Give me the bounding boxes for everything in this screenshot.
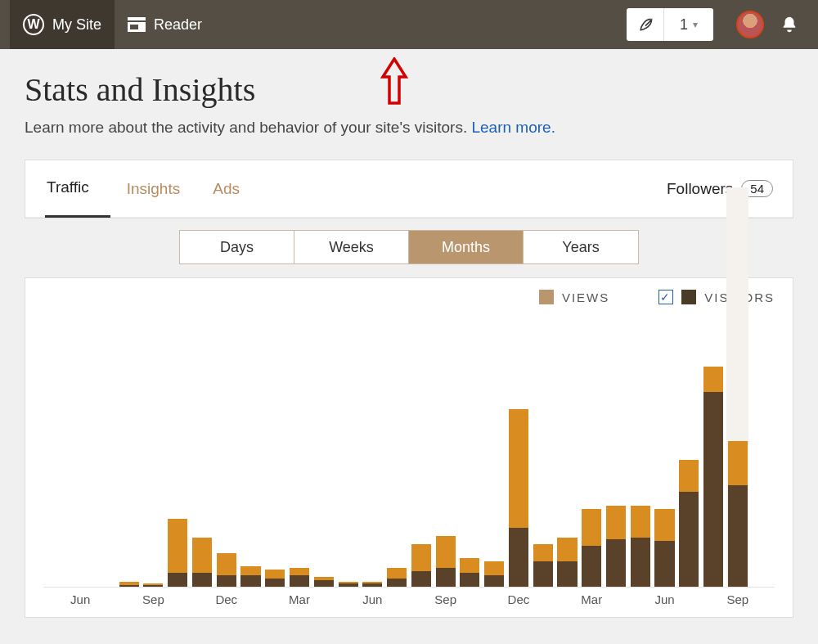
feather-icon bbox=[627, 8, 664, 41]
bar-visitors bbox=[679, 492, 699, 587]
bar-visitors bbox=[265, 579, 285, 587]
bar-visitors bbox=[217, 575, 236, 587]
chart-column[interactable] bbox=[678, 460, 700, 587]
chart-column[interactable] bbox=[654, 509, 676, 587]
chart-column[interactable] bbox=[312, 577, 335, 587]
legend-visitors[interactable]: ✓ VISITORS bbox=[658, 290, 775, 304]
bar-visitors bbox=[703, 392, 723, 587]
chart-column[interactable] bbox=[362, 582, 384, 587]
x-tick: Mar bbox=[581, 592, 603, 609]
period-years[interactable]: Years bbox=[524, 231, 638, 263]
learn-more-link[interactable]: Learn more. bbox=[471, 119, 555, 136]
bar-visitors bbox=[290, 575, 309, 587]
chart-column[interactable] bbox=[483, 561, 506, 587]
followers[interactable]: Followers 54 bbox=[667, 180, 773, 198]
chart-column[interactable] bbox=[726, 441, 748, 587]
reader-icon bbox=[128, 17, 146, 32]
bar-visitors bbox=[143, 585, 163, 587]
chart-x-axis: JunSepDecMarJunSepDecMarJunSep bbox=[43, 588, 775, 609]
chart-column[interactable] bbox=[118, 582, 140, 587]
nav-my-site-label: My Site bbox=[52, 16, 101, 34]
bar-visitors bbox=[484, 575, 504, 587]
chart-column[interactable] bbox=[386, 568, 408, 587]
tab-traffic[interactable]: Traffic bbox=[45, 160, 110, 218]
nav-reader[interactable]: Reader bbox=[115, 0, 215, 49]
chart-column[interactable] bbox=[508, 409, 530, 587]
chart-column[interactable] bbox=[167, 519, 189, 587]
x-tick bbox=[337, 592, 359, 609]
page-subtitle: Learn more about the activity and behavi… bbox=[25, 119, 793, 137]
bar-visitors bbox=[533, 561, 553, 587]
chart-column[interactable] bbox=[215, 553, 237, 587]
page-title: Stats and Insights bbox=[25, 70, 793, 109]
chart-column[interactable] bbox=[410, 544, 432, 587]
chart-column[interactable] bbox=[337, 582, 359, 587]
x-tick bbox=[118, 592, 140, 609]
x-tick bbox=[483, 592, 506, 609]
chart-column[interactable] bbox=[532, 544, 554, 587]
x-tick bbox=[167, 592, 189, 609]
period-weeks[interactable]: Weeks bbox=[294, 231, 409, 263]
draft-count: 1 ▾ bbox=[664, 16, 713, 34]
avatar[interactable] bbox=[736, 11, 764, 38]
x-tick bbox=[678, 592, 700, 609]
x-tick bbox=[532, 592, 554, 609]
bar-visitors bbox=[582, 546, 601, 587]
tab-insights[interactable]: Insights bbox=[110, 160, 196, 218]
x-tick bbox=[264, 592, 286, 609]
tab-ads[interactable]: Ads bbox=[196, 160, 256, 218]
legend-views[interactable]: VIEWS bbox=[539, 290, 609, 304]
chart-column[interactable] bbox=[605, 506, 627, 587]
subtitle-text: Learn more about the activity and behavi… bbox=[25, 119, 471, 136]
chart-column[interactable] bbox=[703, 367, 725, 587]
write-post-dropdown[interactable]: 1 ▾ bbox=[627, 8, 713, 41]
wordpress-logo-icon: W bbox=[23, 14, 44, 35]
views-swatch-icon bbox=[539, 290, 554, 304]
x-tick: Dec bbox=[508, 592, 530, 609]
chart-legend: VIEWS ✓ VISITORS bbox=[43, 290, 775, 304]
chart-column[interactable] bbox=[191, 538, 213, 587]
x-tick: Sep bbox=[434, 592, 456, 609]
chart-column[interactable] bbox=[629, 506, 651, 587]
chart-column[interactable] bbox=[289, 568, 311, 587]
period-days[interactable]: Days bbox=[180, 231, 294, 263]
bar-chart[interactable] bbox=[43, 311, 775, 588]
x-tick bbox=[386, 592, 408, 609]
chart-column[interactable] bbox=[459, 558, 481, 587]
notifications-bell-icon[interactable] bbox=[780, 16, 798, 34]
period-segmented: Days Weeks Months Years bbox=[179, 230, 639, 264]
chart-column[interactable] bbox=[556, 538, 578, 587]
x-tick: Jun bbox=[654, 592, 676, 609]
x-tick bbox=[629, 592, 651, 609]
bar-visitors bbox=[557, 561, 577, 587]
x-tick: Mar bbox=[289, 592, 311, 609]
bar-visitors bbox=[509, 528, 528, 587]
bar-visitors bbox=[631, 538, 650, 587]
chart-column[interactable] bbox=[142, 583, 164, 587]
bar-visitors bbox=[606, 539, 626, 587]
period-segmented-wrap: Days Weeks Months Years bbox=[25, 218, 793, 269]
x-tick bbox=[240, 592, 262, 609]
draft-count-value: 1 bbox=[680, 16, 688, 34]
bar-visitors bbox=[192, 573, 212, 587]
x-tick bbox=[410, 592, 432, 609]
chart-column[interactable] bbox=[264, 570, 286, 587]
x-tick bbox=[312, 592, 335, 609]
visitors-swatch-icon bbox=[681, 290, 696, 304]
x-tick bbox=[191, 592, 213, 609]
chart-column[interactable] bbox=[581, 509, 603, 587]
x-tick bbox=[556, 592, 578, 609]
bar-visitors bbox=[314, 580, 334, 587]
x-tick bbox=[605, 592, 627, 609]
page-body: Stats and Insights Learn more about the … bbox=[0, 49, 818, 639]
x-tick: Dec bbox=[215, 592, 237, 609]
nav-reader-label: Reader bbox=[154, 16, 202, 34]
chart-column[interactable] bbox=[240, 566, 262, 587]
period-months[interactable]: Months bbox=[409, 231, 524, 263]
nav-my-site[interactable]: W My Site bbox=[10, 0, 115, 49]
bar-visitors bbox=[387, 579, 407, 587]
legend-views-label: VIEWS bbox=[562, 290, 609, 304]
bar-visitors bbox=[436, 568, 456, 587]
bar-visitors bbox=[728, 485, 748, 587]
chart-column[interactable] bbox=[434, 536, 456, 587]
